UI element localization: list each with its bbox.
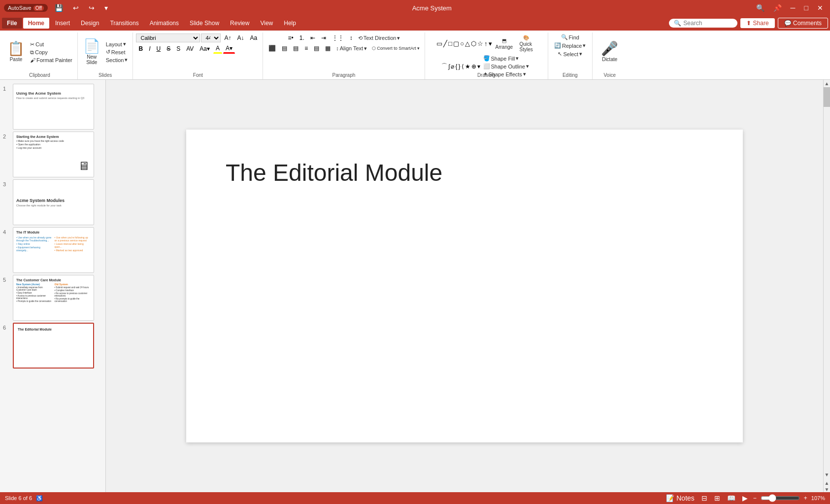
shape-oval[interactable]: ○	[460, 40, 464, 47]
shape-s4[interactable]: ★	[465, 63, 470, 70]
save-button[interactable]: 💾	[52, 3, 66, 13]
menu-home[interactable]: Home	[23, 18, 49, 29]
undo-button[interactable]: ↩	[70, 3, 82, 13]
shape-fill-button[interactable]: 🪣 Shape Fill ▾	[481, 55, 531, 62]
prev-slide-nav[interactable]: ▲	[825, 480, 830, 486]
clear-format-button[interactable]: Aa	[247, 34, 260, 42]
shadow-button[interactable]: S	[174, 44, 183, 53]
next-slide-nav[interactable]: ▼	[825, 487, 830, 492]
quick-styles-button[interactable]: 🎨 QuickStyles	[516, 34, 536, 54]
align-text-button[interactable]: ↕ Align Text ▾	[334, 45, 369, 52]
columns-button[interactable]: ⋮⋮	[330, 34, 346, 42]
align-right-button[interactable]: ▤	[291, 44, 301, 53]
shape-s2[interactable]: }	[459, 63, 461, 70]
menu-view[interactable]: View	[255, 18, 278, 29]
slide-thumb-1[interactable]: Using the Acme System How to create and …	[13, 84, 94, 130]
shape-curve[interactable]: ∫	[448, 63, 450, 70]
align-left-button[interactable]: ⬛	[266, 44, 278, 53]
find-button[interactable]: 🔍 Find	[559, 34, 581, 41]
font-color-button[interactable]: A▾	[223, 44, 235, 54]
slide-item-1[interactable]: 1 Using the Acme System How to create an…	[3, 84, 102, 130]
slide-item-6[interactable]: 6 The Editorial Module	[3, 323, 102, 369]
shape-line[interactable]: ╱	[443, 40, 447, 47]
slide-canvas[interactable]: The Editorial Module	[186, 130, 743, 442]
reading-view-button[interactable]: 📖	[726, 494, 737, 502]
right-scrollbar[interactable]: ▲ ▼ ▲ ▼	[823, 80, 830, 492]
scroll-up-button[interactable]: ▲	[824, 80, 830, 87]
close-button[interactable]: ✕	[814, 3, 826, 13]
slide-sorter-button[interactable]: ⊞	[713, 494, 722, 502]
shape-outline-button[interactable]: ⬜ Shape Outline ▾	[481, 63, 531, 70]
change-case-button[interactable]: Aa▾	[197, 44, 212, 53]
comments-button[interactable]: 💬 Comments	[778, 18, 828, 29]
slide-item-5[interactable]: 5 The Customer Care Module New System (A…	[3, 275, 102, 321]
bullets-button[interactable]: ≡•	[286, 34, 296, 42]
shape-s3[interactable]: ⟨	[462, 63, 464, 70]
customize-qat-button[interactable]: ▾	[101, 3, 111, 13]
shape-more3[interactable]: ☆	[477, 40, 483, 47]
autosave-toggle[interactable]: AutoSave Off	[4, 4, 48, 12]
slide-item-2[interactable]: 2 Starting the Acme System • Make sure y…	[3, 132, 102, 177]
numbering-button[interactable]: 1.	[297, 34, 307, 42]
redo-button[interactable]: ↪	[86, 3, 98, 13]
shape-dropdown[interactable]: ▾	[489, 40, 492, 47]
menu-transitions[interactable]: Transitions	[105, 18, 143, 29]
underline-button[interactable]: U	[154, 44, 163, 53]
zoom-slider[interactable]	[761, 494, 800, 502]
menu-file[interactable]: File	[2, 18, 22, 29]
menu-animations[interactable]: Animations	[145, 18, 184, 29]
text-direction-button[interactable]: ⟲ Text Direction ▾	[356, 34, 402, 42]
decrease-font-button[interactable]: A↓	[234, 34, 246, 42]
reset-button[interactable]: ↺ Reset	[104, 48, 130, 56]
menu-insert[interactable]: Insert	[50, 18, 75, 29]
increase-indent-button[interactable]: ⇥	[319, 34, 329, 42]
menu-review[interactable]: Review	[225, 18, 254, 29]
align-center-button[interactable]: ▤	[279, 44, 290, 53]
font-name-select[interactable]: Calibri	[136, 34, 200, 42]
share-button[interactable]: ⬆ Share	[740, 18, 774, 28]
dictate-button[interactable]: 🎤 Dictate	[598, 40, 621, 64]
align-btn2[interactable]: ▤	[311, 44, 322, 53]
text-highlight-button[interactable]: A	[213, 44, 222, 54]
menu-design[interactable]: Design	[76, 18, 104, 29]
cut-button[interactable]: ✂ Cut	[28, 41, 74, 48]
slide-item-4[interactable]: 4 The IT Module • Use when you've alread…	[3, 227, 102, 273]
justify-button[interactable]: ≡	[302, 44, 310, 53]
shape-freeform[interactable]: ⌀	[451, 63, 454, 70]
menu-help[interactable]: Help	[279, 18, 301, 29]
arrange-button[interactable]: ⬒ Arrange	[493, 36, 516, 51]
menu-slideshow[interactable]: Slide Show	[185, 18, 224, 29]
scroll-thumb[interactable]	[824, 87, 830, 107]
shape-s5[interactable]: ⊕	[471, 63, 476, 70]
convert-smartart-button[interactable]: ⬡ Convert to SmartArt ▾	[370, 45, 422, 51]
new-slide-button[interactable]: 📄 NewSlide	[81, 38, 103, 67]
normal-view-button[interactable]: ⊟	[700, 494, 709, 502]
char-spacing-button[interactable]: AV	[184, 44, 196, 53]
format-painter-button[interactable]: 🖌 Format Painter	[28, 57, 74, 64]
replace-button[interactable]: 🔄 Replace ▾	[552, 42, 588, 49]
font-size-select[interactable]: 44	[201, 34, 221, 42]
shape-more4[interactable]: ↑	[484, 40, 488, 47]
italic-button[interactable]: I	[146, 44, 153, 53]
search-titlebar-button[interactable]: 🔍	[753, 3, 767, 13]
align-btn3[interactable]: ▦	[323, 44, 333, 53]
slide-thumb-5[interactable]: The Customer Care Module New System (Acm…	[13, 275, 94, 321]
shape-arc[interactable]: ⌒	[441, 62, 447, 70]
slideshow-button[interactable]: ▶	[741, 494, 749, 502]
bold-button[interactable]: B	[136, 44, 145, 53]
copy-button[interactable]: ⧉ Copy	[28, 49, 74, 56]
scroll-down-button[interactable]: ▼	[824, 471, 830, 478]
slide-item-3[interactable]: 3 Acme System Modules Choose the right m…	[3, 179, 102, 225]
line-spacing-button[interactable]: ↕	[347, 34, 355, 42]
slide-thumb-3[interactable]: Acme System Modules Choose the right mod…	[13, 179, 94, 225]
select-button[interactable]: ↖ Select ▾	[556, 50, 584, 58]
section-button[interactable]: Section ▾	[104, 56, 130, 64]
slide-thumb-4[interactable]: The IT Module • Use when you've already …	[13, 227, 94, 273]
decrease-indent-button[interactable]: ⇤	[308, 34, 318, 42]
notes-button[interactable]: 📝 Notes	[664, 494, 696, 502]
shape-rect2[interactable]: □	[448, 40, 452, 47]
ribbon-display-button[interactable]: 📌	[770, 3, 785, 13]
paste-button[interactable]: 📋 Paste	[5, 40, 27, 64]
shape-rounded[interactable]: ▢	[453, 40, 459, 47]
shape-more2[interactable]: ⬡	[471, 40, 476, 47]
